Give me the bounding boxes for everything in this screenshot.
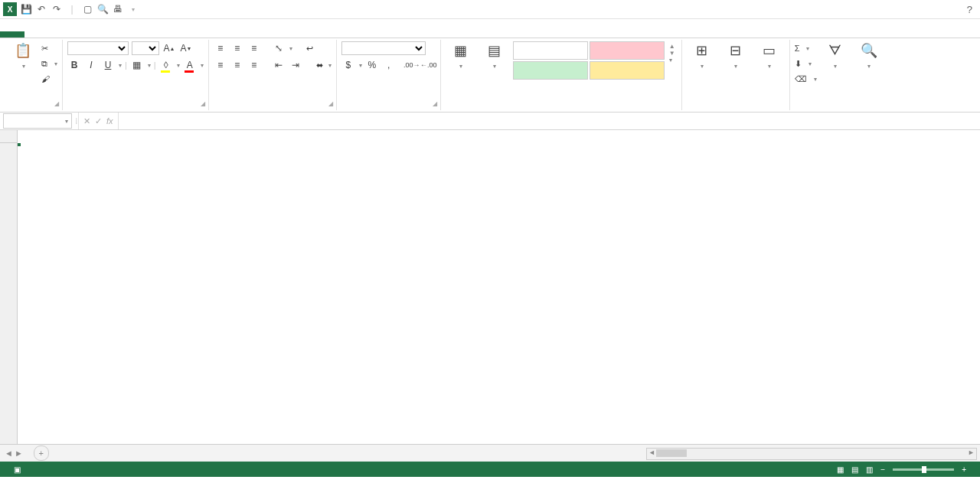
style-bad[interactable] [590, 41, 665, 60]
format-cells-button[interactable]: ▭▾ [754, 41, 785, 70]
font-name-select[interactable] [67, 41, 129, 55]
underline-button[interactable]: U [101, 58, 115, 72]
format-painter-button[interactable]: 🖌 [41, 72, 57, 86]
sort-icon: ᗊ [826, 41, 844, 60]
find-select-button[interactable]: 🔍▾ [854, 41, 884, 70]
borders-icon[interactable]: ▦ [130, 58, 144, 72]
font-size-select[interactable] [132, 41, 159, 55]
scrollbar-thumb[interactable] [656, 449, 687, 457]
cancel-formula-icon[interactable]: ✕ [83, 116, 90, 126]
style-neutral[interactable] [590, 61, 665, 80]
dialog-launcher-icon[interactable]: ◢ [328, 100, 333, 107]
dialog-launcher-icon[interactable]: ◢ [54, 100, 59, 107]
view-pagebreak-icon[interactable]: ▥ [866, 465, 873, 474]
decrease-decimal-icon[interactable]: ←.00 [422, 58, 436, 72]
zoom-in-icon[interactable]: + [962, 465, 966, 474]
enter-formula-icon[interactable]: ✓ [95, 116, 102, 126]
align-bottom-icon[interactable]: ≡ [247, 41, 261, 55]
sheet-nav-next-icon[interactable]: ► [15, 449, 23, 458]
styles-scroll-up-icon[interactable]: ▲ [669, 43, 675, 50]
scroll-right-icon[interactable]: ► [968, 449, 975, 456]
new-sheet-button[interactable]: + [34, 445, 49, 461]
view-normal-icon[interactable]: ▦ [837, 465, 844, 474]
orientation-icon[interactable]: ⤡ [272, 41, 286, 55]
qat-preview-icon[interactable]: 🔍 [96, 3, 109, 15]
format-as-table-button[interactable]: ▤ ▾ [479, 41, 510, 70]
grow-font-icon[interactable]: A▲ [162, 41, 176, 55]
bold-button[interactable]: B [67, 58, 81, 72]
copy-button[interactable]: ⧉▾ [41, 57, 57, 70]
qat-more-icon[interactable]: ▾ [127, 3, 139, 15]
namebox-dropdown-icon[interactable]: ▾ [65, 118, 68, 125]
delete-icon: ⊟ [727, 41, 745, 60]
increase-indent-icon[interactable]: ⇥ [289, 58, 302, 72]
insert-cells-button[interactable]: ⊞▾ [687, 41, 717, 70]
style-normal[interactable] [513, 41, 588, 60]
name-box[interactable]: ▾ [3, 113, 72, 129]
zoom-slider[interactable] [893, 468, 954, 471]
number-format-select[interactable] [341, 41, 426, 55]
fill-button[interactable]: ⬇▾ [795, 57, 817, 70]
file-tab[interactable] [0, 31, 24, 38]
macro-record-icon[interactable]: ▣ [14, 465, 21, 474]
increase-decimal-icon[interactable]: .00→ [405, 58, 419, 72]
percent-icon[interactable]: % [365, 58, 379, 72]
copy-icon: ⧉ [41, 59, 47, 69]
zoom-thumb[interactable] [922, 466, 926, 473]
align-left-icon[interactable]: ≡ [214, 58, 227, 72]
styles-more-icon[interactable]: ▾ [669, 57, 675, 64]
merge-icon: ⬌ [316, 60, 323, 70]
align-right-icon[interactable]: ≡ [247, 58, 261, 72]
decrease-indent-icon[interactable]: ⇤ [272, 58, 286, 72]
shrink-font-icon[interactable]: A▼ [179, 41, 193, 55]
horizontal-scrollbar[interactable]: ◄ ► [646, 448, 977, 460]
view-layout-icon[interactable]: ▤ [851, 465, 858, 474]
qat-sep: | [66, 3, 78, 15]
paste-icon: 📋 [14, 41, 32, 60]
align-center-icon[interactable]: ≡ [230, 58, 244, 72]
help-icon[interactable]: ? [959, 4, 980, 15]
select-all-corner[interactable] [0, 130, 18, 143]
comma-icon[interactable]: , [382, 58, 396, 72]
styles-scroll-down-icon[interactable]: ▼ [669, 50, 675, 57]
dialog-launcher-icon[interactable]: ◢ [201, 100, 205, 107]
selection-box [18, 143, 21, 146]
cut-button[interactable]: ✂ [41, 41, 57, 55]
excel-icon: X [3, 2, 17, 16]
dialog-launcher-icon[interactable]: ◢ [433, 100, 437, 107]
qat-save-icon[interactable]: 💾 [20, 3, 32, 15]
wrap-text-button[interactable]: ↩ [306, 44, 315, 54]
zoom-out-icon[interactable]: − [880, 465, 885, 474]
fill-icon: ⬇ [795, 59, 802, 69]
qat-redo-icon[interactable]: ↷ [51, 3, 63, 15]
sort-filter-button[interactable]: ᗊ▾ [820, 41, 851, 70]
format-icon: ▭ [760, 41, 779, 60]
delete-cells-button[interactable]: ⊟▾ [720, 41, 751, 70]
clear-button[interactable]: ⌫▾ [795, 72, 817, 86]
font-color-icon[interactable]: A [183, 58, 197, 72]
qat-print-icon[interactable]: 🖶 [112, 3, 124, 15]
brush-icon: 🖌 [41, 74, 50, 83]
fx-icon[interactable]: fx [106, 116, 113, 126]
accounting-icon[interactable]: $ [341, 58, 355, 72]
table-icon: ▤ [485, 41, 504, 60]
cut-icon: ✂ [41, 44, 48, 54]
row-headers[interactable] [0, 143, 18, 444]
italic-button[interactable]: I [84, 58, 98, 72]
align-middle-icon[interactable]: ≡ [230, 41, 244, 55]
insert-icon: ⊞ [693, 41, 711, 60]
wrap-icon: ↩ [306, 44, 313, 54]
sheet-nav-prev-icon[interactable]: ◄ [5, 449, 13, 458]
find-icon: 🔍 [860, 41, 878, 60]
clear-icon: ⌫ [795, 74, 807, 84]
align-top-icon[interactable]: ≡ [214, 41, 227, 55]
scroll-left-icon[interactable]: ◄ [648, 449, 655, 456]
fill-color-icon[interactable]: ◊ [159, 58, 173, 72]
style-good[interactable] [513, 61, 588, 80]
qat-new-icon[interactable]: ▢ [81, 3, 93, 15]
qat-undo-icon[interactable]: ↶ [35, 3, 47, 15]
conditional-formatting-button[interactable]: ▦ ▾ [446, 41, 476, 70]
paste-button[interactable]: 📋 ▾ [8, 41, 38, 70]
autosum-button[interactable]: Σ▾ [795, 41, 817, 55]
merge-center-button[interactable]: ⬌▾ [316, 60, 332, 70]
